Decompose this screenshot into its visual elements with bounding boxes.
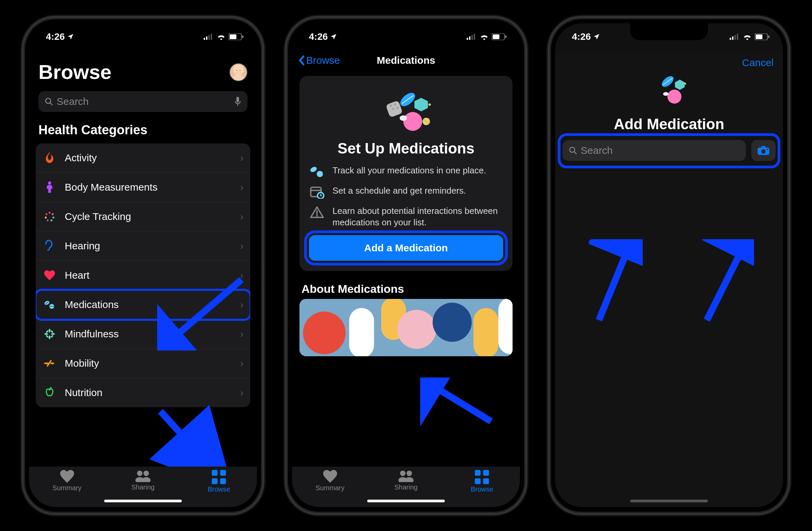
- feature-text: Set a schedule and get reminders.: [333, 185, 466, 197]
- camera-button[interactable]: [751, 140, 775, 161]
- svg-point-29: [44, 333, 48, 335]
- svg-point-19: [52, 213, 54, 215]
- mindfulness-icon: [43, 327, 57, 341]
- svg-line-81: [430, 384, 491, 421]
- svg-point-66: [309, 166, 318, 173]
- svg-point-74: [303, 311, 346, 354]
- signal-icon: [204, 34, 214, 40]
- chevron-right-icon: ›: [240, 182, 244, 193]
- about-title: About Medications: [292, 276, 520, 299]
- battery-icon: [492, 33, 507, 40]
- tab-label: Browse: [208, 486, 230, 493]
- svg-point-20: [53, 217, 55, 219]
- pills-icon: [309, 165, 325, 178]
- setup-card: Set Up Medications Track all your medica…: [300, 76, 512, 271]
- tab-browse[interactable]: Browse: [467, 470, 497, 493]
- heart-fill-icon: [323, 470, 337, 483]
- chevron-right-icon: ›: [240, 299, 244, 310]
- svg-rect-47: [467, 38, 468, 40]
- svg-rect-95: [756, 34, 763, 39]
- row-nutrition[interactable]: Nutrition ›: [36, 378, 250, 407]
- home-indicator[interactable]: [630, 500, 708, 502]
- row-cycle-tracking[interactable]: Cycle Tracking ›: [36, 202, 250, 231]
- svg-marker-60: [415, 98, 428, 111]
- search-bar[interactable]: [39, 91, 247, 112]
- button-label: Add a Medication: [364, 242, 448, 254]
- home-indicator[interactable]: [367, 500, 445, 502]
- chevron-left-icon: [298, 55, 305, 66]
- search-input[interactable]: [57, 96, 231, 107]
- pills-icon: [43, 298, 57, 312]
- tab-label: Sharing: [131, 484, 155, 491]
- tab-browse[interactable]: Browse: [204, 470, 234, 493]
- svg-marker-98: [675, 80, 685, 90]
- svg-rect-86: [475, 470, 480, 476]
- svg-rect-88: [475, 478, 480, 484]
- nav-title: Medications: [377, 55, 435, 66]
- svg-point-42: [142, 477, 151, 482]
- svg-rect-45: [212, 478, 218, 484]
- row-heart[interactable]: Heart ›: [36, 261, 250, 290]
- svg-point-82: [400, 471, 405, 476]
- svg-point-57: [392, 108, 394, 110]
- location-icon: [593, 33, 600, 41]
- battery-icon: [229, 33, 244, 40]
- page-title: Browse: [39, 60, 112, 84]
- heart-fill-icon: [60, 470, 74, 483]
- calendar-clock-icon: [309, 185, 325, 199]
- annotation-arrow: [589, 239, 643, 327]
- svg-point-77: [397, 310, 436, 349]
- feature-schedule: Set a schedule and get reminders.: [309, 185, 503, 199]
- row-activity[interactable]: Activity ›: [36, 143, 250, 173]
- notch: [367, 23, 445, 40]
- svg-rect-50: [474, 34, 475, 40]
- camera-icon: [757, 145, 770, 156]
- row-hearing[interactable]: Hearing ›: [36, 231, 250, 261]
- medication-search-input[interactable]: [581, 145, 740, 156]
- tab-label: Browse: [471, 486, 493, 493]
- row-medications[interactable]: Medications ›: [36, 290, 250, 319]
- signal-icon: [730, 34, 740, 40]
- svg-point-72: [316, 215, 318, 217]
- home-indicator[interactable]: [104, 500, 182, 502]
- annotation-arrow: [420, 377, 498, 428]
- tab-summary[interactable]: Summary: [315, 470, 345, 492]
- section-health-categories: Health Categories: [29, 116, 257, 141]
- people-icon: [135, 470, 151, 482]
- mic-icon[interactable]: [234, 97, 242, 106]
- svg-line-109: [707, 246, 744, 320]
- svg-marker-36: [51, 362, 53, 365]
- svg-point-65: [429, 103, 431, 106]
- svg-point-31: [45, 330, 48, 333]
- status-time: 4:26: [572, 31, 591, 42]
- row-label: Activity: [65, 152, 97, 163]
- svg-point-17: [48, 182, 51, 185]
- svg-rect-46: [220, 478, 226, 484]
- row-mindfulness[interactable]: Mindfulness ›: [36, 319, 250, 349]
- svg-line-38: [160, 411, 224, 467]
- feature-text: Track all your medications in one place.: [333, 165, 486, 176]
- svg-rect-90: [730, 38, 731, 40]
- row-body-measurements[interactable]: Body Measurements ›: [36, 173, 250, 202]
- svg-point-24: [45, 213, 47, 215]
- location-icon: [330, 33, 337, 41]
- profile-avatar[interactable]: [229, 63, 247, 81]
- pills-hero-icon: [555, 72, 783, 109]
- about-illustration[interactable]: [300, 299, 512, 356]
- cancel-button[interactable]: Cancel: [742, 57, 773, 69]
- svg-point-106: [761, 149, 766, 154]
- status-time: 4:26: [309, 31, 328, 42]
- search-bar[interactable]: [563, 140, 746, 161]
- row-mobility[interactable]: Mobility ›: [36, 349, 250, 378]
- svg-rect-15: [236, 97, 239, 103]
- svg-rect-48: [469, 37, 470, 40]
- tab-label: Summary: [53, 484, 82, 492]
- back-button[interactable]: Browse: [298, 55, 340, 66]
- add-medication-button[interactable]: Add a Medication: [309, 235, 503, 261]
- tab-summary[interactable]: Summary: [52, 470, 82, 492]
- tab-sharing[interactable]: Sharing: [128, 470, 158, 491]
- tab-sharing[interactable]: Sharing: [391, 470, 421, 491]
- svg-point-100: [663, 92, 668, 96]
- svg-point-62: [400, 115, 407, 121]
- chevron-right-icon: ›: [240, 387, 244, 398]
